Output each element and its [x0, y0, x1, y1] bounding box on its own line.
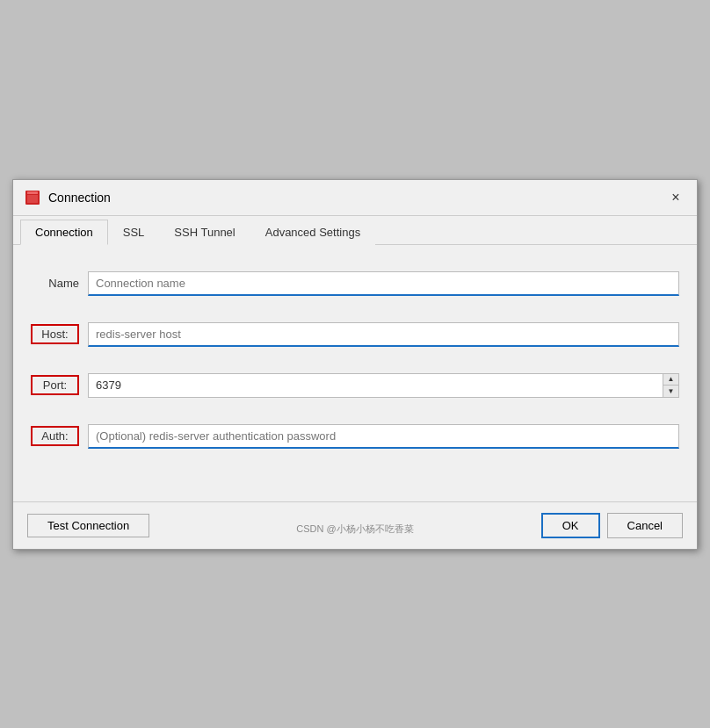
- port-spinner-down[interactable]: ▼: [663, 386, 678, 397]
- auth-row: Auth:: [31, 424, 679, 449]
- port-spinner-up[interactable]: ▲: [663, 374, 678, 386]
- title-bar: Connection ×: [13, 180, 697, 216]
- test-connection-button[interactable]: Test Connection: [27, 514, 149, 537]
- window-title: Connection: [48, 191, 111, 205]
- ok-button[interactable]: OK: [541, 513, 600, 538]
- tabs-bar: Connection SSL SSH Tunnel Advanced Setti…: [13, 216, 697, 245]
- auth-input[interactable]: [88, 424, 679, 449]
- port-row: Port: ▲ ▼: [31, 373, 679, 398]
- redis-icon: [24, 189, 41, 206]
- tab-ssl[interactable]: SSL: [108, 220, 160, 245]
- name-row: Name: [31, 271, 679, 296]
- tab-ssh-tunnel[interactable]: SSH Tunnel: [159, 220, 250, 245]
- close-button[interactable]: ×: [665, 187, 686, 208]
- host-row: Host:: [31, 322, 679, 347]
- host-input[interactable]: [88, 322, 679, 347]
- port-spinner: ▲ ▼: [663, 374, 678, 397]
- tab-connection[interactable]: Connection: [20, 220, 108, 245]
- svg-rect-1: [27, 194, 38, 203]
- tab-advanced-settings[interactable]: Advanced Settings: [250, 220, 375, 245]
- svg-rect-3: [27, 191, 38, 194]
- cancel-button[interactable]: Cancel: [607, 513, 683, 538]
- title-bar-left: Connection: [24, 189, 111, 206]
- port-label: Port:: [31, 375, 79, 395]
- host-label: Host:: [31, 324, 79, 344]
- connection-dialog: Connection × Connection SSL SSH Tunnel A…: [12, 179, 698, 550]
- name-input[interactable]: [88, 271, 679, 296]
- watermark: CSDN @小杨小杨不吃香菜: [296, 523, 413, 536]
- port-input-wrapper: ▲ ▼: [88, 373, 679, 398]
- name-label: Name: [31, 277, 79, 290]
- port-input[interactable]: [89, 374, 663, 397]
- auth-label: Auth:: [31, 426, 79, 446]
- footer-right-buttons: OK Cancel: [541, 513, 683, 538]
- form-content: Name Host: Port: ▲ ▼: [13, 245, 697, 501]
